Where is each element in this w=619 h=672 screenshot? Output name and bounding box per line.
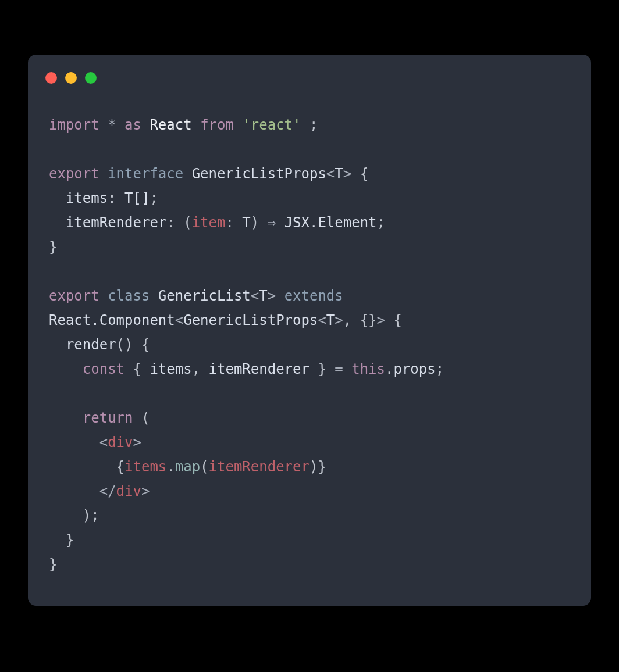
brace-close: } bbox=[66, 532, 74, 548]
jsx-angle-close: > bbox=[141, 483, 150, 499]
type-genericlistprops: GenericListProps bbox=[183, 312, 318, 328]
angle-close: > bbox=[268, 288, 276, 304]
class-genericlist: GenericList bbox=[158, 288, 251, 304]
punctuation-colon: : bbox=[166, 215, 175, 231]
brace-open: { bbox=[393, 312, 401, 328]
type-param-t: T bbox=[335, 166, 343, 182]
minimize-icon[interactable] bbox=[65, 72, 77, 84]
close-icon[interactable] bbox=[45, 72, 57, 84]
brace-close: } bbox=[49, 239, 57, 255]
brace-open: { bbox=[360, 166, 368, 182]
type-t-array: T[] bbox=[124, 190, 150, 206]
identifier-props: props bbox=[393, 361, 435, 377]
keyword-extends: extends bbox=[284, 288, 343, 304]
type-param-t: T bbox=[326, 312, 335, 328]
type-genericlistprops: GenericListProps bbox=[192, 166, 326, 182]
punctuation-semi: ; bbox=[91, 507, 99, 524]
punctuation-semi: ; bbox=[150, 190, 158, 206]
prop-items: items bbox=[66, 190, 108, 206]
jsx-slash: / bbox=[108, 483, 116, 499]
punctuation-dot: . bbox=[166, 459, 175, 475]
identifier-react: React bbox=[150, 117, 191, 133]
paren-close: ) bbox=[251, 215, 259, 231]
punctuation-colon: : bbox=[225, 215, 233, 231]
brace-close: } bbox=[49, 556, 57, 573]
string-react: 'react' bbox=[242, 117, 301, 133]
method-render: render bbox=[66, 337, 116, 353]
paren-close: ) bbox=[124, 337, 133, 353]
code-editor[interactable]: import * as React from 'react' ; export … bbox=[49, 113, 570, 577]
angle-open: < bbox=[175, 312, 183, 328]
prop-itemrenderer: itemRenderer bbox=[66, 215, 166, 231]
punctuation-comma: , bbox=[192, 361, 200, 377]
angle-close: > bbox=[335, 312, 343, 328]
code-window: import * as React from 'react' ; export … bbox=[28, 55, 591, 606]
method-map: map bbox=[175, 459, 200, 475]
punctuation-comma: , bbox=[343, 312, 351, 328]
punctuation-dot: . bbox=[385, 361, 393, 377]
punctuation-semi: ; bbox=[377, 215, 385, 231]
type-jsx-element: JSX.Element bbox=[284, 215, 377, 231]
paren-open: ( bbox=[200, 459, 208, 475]
angle-open: < bbox=[326, 166, 335, 182]
paren-open: ( bbox=[141, 410, 150, 426]
brace-close: } bbox=[318, 361, 326, 377]
keyword-this: this bbox=[351, 361, 385, 377]
paren-open: ( bbox=[183, 215, 191, 231]
zoom-icon[interactable] bbox=[85, 72, 97, 84]
paren-open: ( bbox=[116, 337, 124, 353]
jsx-tag-div: div bbox=[108, 434, 133, 451]
keyword-export: export bbox=[49, 166, 99, 182]
keyword-from: from bbox=[200, 117, 234, 133]
keyword-as: as bbox=[124, 117, 141, 133]
param-item: item bbox=[192, 215, 226, 231]
operator-arrow: ⇒ bbox=[268, 215, 276, 231]
empty-obj: {} bbox=[360, 312, 377, 328]
angle-open: < bbox=[251, 288, 259, 304]
operator-star: * bbox=[108, 117, 116, 133]
punctuation-semi: ; bbox=[436, 361, 444, 377]
jsx-tag-div: div bbox=[116, 483, 141, 499]
paren-close: ) bbox=[83, 507, 91, 524]
type-t: T bbox=[242, 215, 250, 231]
identifier-items: items bbox=[124, 459, 166, 475]
destructure-itemrenderer: itemRenderer bbox=[209, 361, 310, 377]
keyword-const: const bbox=[83, 361, 124, 377]
keyword-class: class bbox=[108, 288, 150, 304]
jsx-angle-close: > bbox=[133, 434, 141, 451]
keyword-interface: interface bbox=[108, 166, 183, 182]
angle-open: < bbox=[318, 312, 326, 328]
punctuation-semi: ; bbox=[310, 117, 318, 133]
identifier-itemrenderer: itemRenderer bbox=[209, 459, 310, 475]
brace-open: { bbox=[133, 361, 141, 377]
jsx-angle-open: < bbox=[99, 434, 108, 451]
angle-close: > bbox=[343, 166, 351, 182]
angle-close: > bbox=[377, 312, 385, 328]
punctuation-colon: : bbox=[108, 190, 116, 206]
destructure-items: items bbox=[150, 361, 191, 377]
brace-open: { bbox=[141, 337, 150, 353]
jsx-expr-open: { bbox=[116, 459, 124, 475]
keyword-export: export bbox=[49, 288, 99, 304]
paren-close: ) bbox=[310, 459, 318, 475]
window-controls bbox=[45, 72, 97, 84]
react-component: React.Component bbox=[49, 312, 175, 328]
jsx-expr-close: } bbox=[318, 459, 326, 475]
jsx-angle-open: < bbox=[99, 483, 108, 499]
keyword-return: return bbox=[83, 410, 133, 426]
type-param-t: T bbox=[259, 288, 267, 304]
operator-eq: = bbox=[335, 361, 343, 377]
keyword-import: import bbox=[49, 117, 99, 133]
